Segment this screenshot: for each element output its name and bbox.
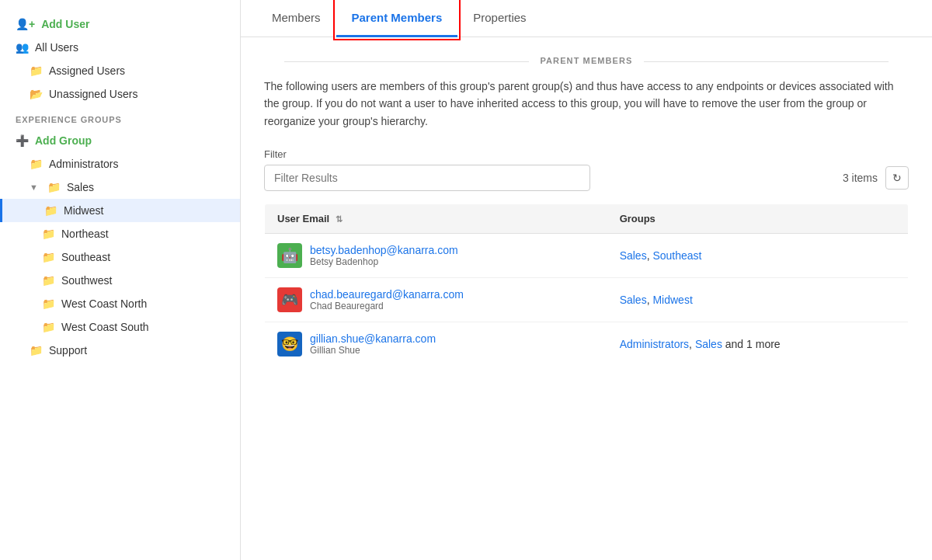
- group-link[interactable]: Midwest: [652, 294, 692, 306]
- user-email-link[interactable]: gillian.shue@kanarra.com: [310, 332, 436, 345]
- sidebar-item-label: West Coast North: [61, 297, 147, 310]
- user-display-name: Betsy Badenhop: [310, 256, 458, 267]
- folder-icon: 📁: [47, 181, 61, 193]
- group-link[interactable]: Sales: [695, 338, 722, 350]
- sidebar-item-label: Southwest: [61, 274, 112, 287]
- sort-icon[interactable]: ⇅: [336, 214, 343, 224]
- group-link[interactable]: Sales: [620, 249, 647, 262]
- user-display-name: Chad Beauregard: [310, 301, 464, 311]
- sidebar-item-label: Northeast: [61, 228, 109, 240]
- table-row: 🤓 gillian.shue@kanarra.com Gillian Shue …: [265, 322, 909, 367]
- table-row: 🤖 betsy.badenhop@kanarra.com Betsy Baden…: [265, 234, 909, 278]
- group-separator: and 1 more: [722, 338, 781, 350]
- chevron-down-icon: ▼: [30, 183, 38, 192]
- filter-label: Filter: [264, 148, 909, 160]
- add-group-icon: ➕: [16, 134, 29, 147]
- col-groups-header: Groups: [607, 204, 909, 234]
- folder-icon: 📁: [30, 344, 43, 357]
- avatar: 🎮: [277, 287, 302, 312]
- content-area: PARENT MEMBERS The following users are m…: [241, 37, 932, 385]
- tab-parent-members[interactable]: Parent Members: [336, 0, 458, 37]
- sidebar-item-west-coast-north[interactable]: 📁 West Coast North: [0, 292, 240, 315]
- table-row: 🎮 chad.beauregard@kanarra.com Chad Beaur…: [265, 278, 909, 322]
- sidebar-item-northeast[interactable]: 📁 Northeast: [0, 222, 240, 245]
- main-content: Members Parent Members Properties PARENT…: [241, 0, 932, 560]
- sidebar-item-sales[interactable]: ▼ 📁 Sales: [0, 176, 240, 199]
- avatar: 🤖: [277, 243, 302, 268]
- assigned-users-label: Assigned Users: [49, 64, 125, 77]
- group-link[interactable]: Sales: [620, 294, 647, 306]
- refresh-icon: ↻: [892, 172, 902, 184]
- user-email-link[interactable]: betsy.badenhop@kanarra.com: [310, 244, 458, 256]
- sidebar-item-southeast[interactable]: 📁 Southeast: [0, 245, 240, 269]
- section-title: PARENT MEMBERS: [264, 56, 909, 65]
- sidebar-item-label: Sales: [67, 181, 94, 193]
- unassigned-users-icon: 📂: [30, 88, 43, 100]
- group-link[interactable]: Southeast: [652, 249, 701, 262]
- all-users-label: All Users: [35, 41, 78, 54]
- sidebar-item-label: Midwest: [64, 204, 103, 217]
- user-groups-cell: Administrators, Sales and 1 more: [607, 322, 909, 367]
- sidebar-item-midwest[interactable]: 📁 Midwest: [0, 199, 240, 222]
- sidebar-item-support[interactable]: 📁 Support: [0, 339, 240, 362]
- user-display-name: Gillian Shue: [310, 345, 436, 356]
- sidebar-item-administrators[interactable]: 📁 Administrators: [0, 152, 240, 176]
- sidebar-item-west-coast-south[interactable]: 📁 West Coast South: [0, 315, 240, 339]
- sidebar-add-group[interactable]: ➕ Add Group: [0, 129, 240, 152]
- folder-icon: 📁: [42, 251, 55, 263]
- folder-icon: 📁: [42, 297, 55, 310]
- experience-groups-label: Experience Groups: [0, 106, 240, 129]
- sidebar-item-label: Support: [49, 344, 87, 357]
- unassigned-users-label: Unassigned Users: [49, 88, 137, 100]
- folder-icon: 📁: [42, 274, 55, 287]
- filter-row: 3 items ↻: [264, 165, 909, 191]
- sidebar-item-label: West Coast South: [61, 321, 149, 333]
- users-table: User Email ⇅ Groups 🤖 betsy.badenhop@kan…: [264, 203, 909, 367]
- sidebar: 👤+ Add User 👥 All Users 📁 Assigned Users…: [0, 0, 241, 560]
- sidebar-unassigned-users[interactable]: 📂 Unassigned Users: [0, 82, 240, 106]
- folder-icon: 📁: [44, 204, 57, 217]
- items-count-row: 3 items ↻: [843, 166, 909, 190]
- items-count: 3 items: [843, 172, 878, 184]
- add-user-icon: 👤+: [16, 18, 35, 30]
- description-text: The following users are members of this …: [264, 78, 909, 130]
- filter-input[interactable]: [264, 165, 590, 191]
- sidebar-item-label: Administrators: [49, 158, 118, 170]
- user-groups-cell: Sales, Midwest: [607, 278, 909, 322]
- tab-members[interactable]: Members: [256, 0, 336, 37]
- group-separator: ,: [689, 338, 695, 350]
- assigned-users-icon: 📁: [30, 64, 43, 77]
- tab-properties[interactable]: Properties: [457, 0, 541, 37]
- group-link[interactable]: Administrators: [620, 338, 689, 350]
- col-email-header: User Email ⇅: [265, 204, 607, 234]
- sidebar-item-southwest[interactable]: 📁 Southwest: [0, 269, 240, 292]
- add-user-label: Add User: [41, 18, 89, 30]
- sidebar-item-label: Southeast: [61, 251, 110, 263]
- sidebar-add-user[interactable]: 👤+ Add User: [0, 12, 240, 36]
- folder-icon: 📁: [42, 228, 55, 240]
- user-email-cell: 🎮 chad.beauregard@kanarra.com Chad Beaur…: [265, 278, 607, 322]
- sidebar-all-users[interactable]: 👥 All Users: [0, 36, 240, 59]
- tabs-bar: Members Parent Members Properties: [241, 0, 932, 37]
- add-group-label: Add Group: [35, 134, 92, 147]
- refresh-button[interactable]: ↻: [885, 166, 909, 190]
- avatar: 🤓: [277, 332, 302, 357]
- user-email-cell: 🤖 betsy.badenhop@kanarra.com Betsy Baden…: [265, 234, 607, 278]
- folder-icon: 📁: [30, 158, 43, 170]
- user-email-link[interactable]: chad.beauregard@kanarra.com: [310, 288, 464, 301]
- folder-icon: 📁: [42, 321, 55, 333]
- sidebar-assigned-users[interactable]: 📁 Assigned Users: [0, 59, 240, 82]
- user-email-cell: 🤓 gillian.shue@kanarra.com Gillian Shue: [265, 322, 607, 367]
- user-groups-cell: Sales, Southeast: [607, 234, 909, 278]
- all-users-icon: 👥: [16, 41, 29, 54]
- table-header-row: User Email ⇅ Groups: [265, 204, 909, 234]
